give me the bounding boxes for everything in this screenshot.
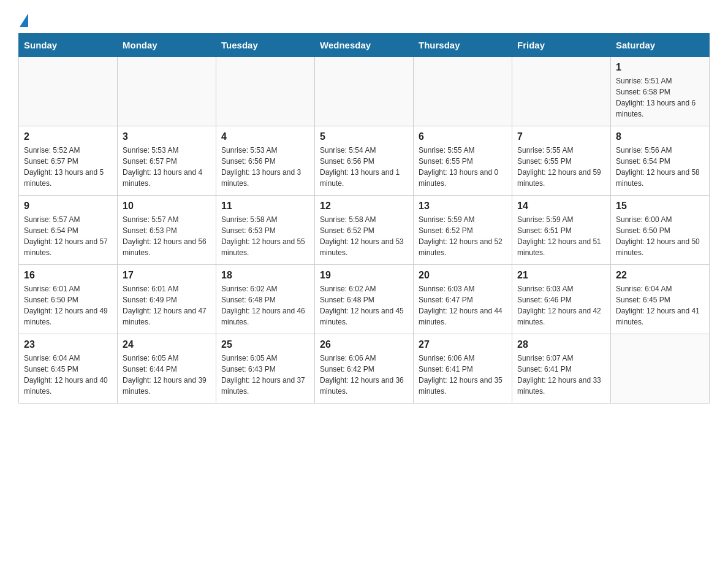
day-number: 20 [419, 270, 507, 281]
calendar-cell: 20Sunrise: 6:03 AMSunset: 6:47 PMDayligh… [414, 265, 512, 334]
day-number: 1 [616, 62, 704, 73]
day-info: Sunrise: 5:59 AMSunset: 6:52 PMDaylight:… [419, 214, 507, 258]
page-header [18, 12, 710, 27]
day-number: 27 [419, 339, 507, 350]
calendar-cell: 25Sunrise: 6:05 AMSunset: 6:43 PMDayligh… [216, 334, 315, 404]
calendar-cell: 28Sunrise: 6:07 AMSunset: 6:41 PMDayligh… [512, 334, 611, 404]
day-number: 23 [24, 339, 112, 350]
day-info: Sunrise: 6:03 AMSunset: 6:46 PMDaylight:… [517, 283, 605, 327]
calendar-cell [512, 57, 611, 126]
day-info: Sunrise: 5:59 AMSunset: 6:51 PMDaylight:… [517, 214, 605, 258]
day-number: 13 [419, 201, 507, 212]
day-info: Sunrise: 6:00 AMSunset: 6:50 PMDaylight:… [616, 214, 704, 258]
calendar-cell [19, 57, 118, 126]
day-info: Sunrise: 5:57 AMSunset: 6:54 PMDaylight:… [24, 214, 112, 258]
day-number: 9 [24, 201, 112, 212]
day-info: Sunrise: 6:06 AMSunset: 6:42 PMDaylight:… [320, 353, 408, 397]
logo [18, 12, 28, 27]
header-monday: Monday [118, 34, 216, 57]
day-number: 5 [320, 131, 408, 142]
calendar-week-row: 23Sunrise: 6:04 AMSunset: 6:45 PMDayligh… [19, 334, 710, 404]
day-info: Sunrise: 6:07 AMSunset: 6:41 PMDaylight:… [517, 353, 605, 397]
day-number: 4 [221, 131, 309, 142]
day-number: 14 [517, 201, 605, 212]
calendar-cell: 9Sunrise: 5:57 AMSunset: 6:54 PMDaylight… [19, 196, 118, 265]
day-number: 26 [320, 339, 408, 350]
day-info: Sunrise: 6:01 AMSunset: 6:50 PMDaylight:… [24, 283, 112, 327]
day-number: 3 [123, 131, 211, 142]
day-info: Sunrise: 5:58 AMSunset: 6:52 PMDaylight:… [320, 214, 408, 258]
day-number: 12 [320, 201, 408, 212]
day-info: Sunrise: 5:51 AMSunset: 6:58 PMDaylight:… [616, 75, 704, 120]
day-number: 18 [221, 270, 309, 281]
calendar-cell: 10Sunrise: 5:57 AMSunset: 6:53 PMDayligh… [118, 196, 216, 265]
day-info: Sunrise: 6:04 AMSunset: 6:45 PMDaylight:… [24, 353, 112, 397]
day-number: 21 [517, 270, 605, 281]
calendar-cell [118, 57, 216, 126]
calendar-cell: 3Sunrise: 5:53 AMSunset: 6:57 PMDaylight… [118, 126, 216, 196]
day-info: Sunrise: 6:02 AMSunset: 6:48 PMDaylight:… [221, 283, 309, 327]
day-number: 2 [24, 131, 112, 142]
day-info: Sunrise: 5:58 AMSunset: 6:53 PMDaylight:… [221, 214, 309, 258]
calendar-header-row: SundayMondayTuesdayWednesdayThursdayFrid… [19, 34, 710, 57]
calendar-cell: 22Sunrise: 6:04 AMSunset: 6:45 PMDayligh… [611, 265, 710, 334]
calendar-cell: 6Sunrise: 5:55 AMSunset: 6:55 PMDaylight… [414, 126, 512, 196]
day-info: Sunrise: 6:01 AMSunset: 6:49 PMDaylight:… [123, 283, 211, 327]
calendar-cell: 26Sunrise: 6:06 AMSunset: 6:42 PMDayligh… [315, 334, 414, 404]
header-tuesday: Tuesday [216, 34, 315, 57]
calendar-cell: 16Sunrise: 6:01 AMSunset: 6:50 PMDayligh… [19, 265, 118, 334]
calendar-cell: 7Sunrise: 5:55 AMSunset: 6:55 PMDaylight… [512, 126, 611, 196]
day-number: 6 [419, 131, 507, 142]
calendar-week-row: 2Sunrise: 5:52 AMSunset: 6:57 PMDaylight… [19, 126, 710, 196]
calendar-cell [315, 57, 414, 126]
calendar-table: SundayMondayTuesdayWednesdayThursdayFrid… [18, 33, 710, 404]
day-info: Sunrise: 5:53 AMSunset: 6:57 PMDaylight:… [123, 145, 211, 189]
day-info: Sunrise: 5:52 AMSunset: 6:57 PMDaylight:… [24, 145, 112, 189]
day-info: Sunrise: 6:06 AMSunset: 6:41 PMDaylight:… [419, 353, 507, 397]
day-info: Sunrise: 6:04 AMSunset: 6:45 PMDaylight:… [616, 283, 704, 327]
calendar-cell: 2Sunrise: 5:52 AMSunset: 6:57 PMDaylight… [19, 126, 118, 196]
calendar-cell: 11Sunrise: 5:58 AMSunset: 6:53 PMDayligh… [216, 196, 315, 265]
day-number: 22 [616, 270, 704, 281]
calendar-cell: 13Sunrise: 5:59 AMSunset: 6:52 PMDayligh… [414, 196, 512, 265]
calendar-cell: 12Sunrise: 5:58 AMSunset: 6:52 PMDayligh… [315, 196, 414, 265]
calendar-cell: 27Sunrise: 6:06 AMSunset: 6:41 PMDayligh… [414, 334, 512, 404]
day-info: Sunrise: 5:56 AMSunset: 6:54 PMDaylight:… [616, 145, 704, 189]
calendar-cell [611, 334, 710, 404]
logo-triangle-icon [20, 13, 28, 27]
day-number: 10 [123, 201, 211, 212]
calendar-cell: 4Sunrise: 5:53 AMSunset: 6:56 PMDaylight… [216, 126, 315, 196]
calendar-cell [216, 57, 315, 126]
day-number: 7 [517, 131, 605, 142]
header-friday: Friday [512, 34, 611, 57]
day-info: Sunrise: 5:55 AMSunset: 6:55 PMDaylight:… [419, 145, 507, 189]
day-number: 15 [616, 201, 704, 212]
day-number: 25 [221, 339, 309, 350]
day-info: Sunrise: 6:02 AMSunset: 6:48 PMDaylight:… [320, 283, 408, 327]
day-info: Sunrise: 6:03 AMSunset: 6:47 PMDaylight:… [419, 283, 507, 327]
day-info: Sunrise: 6:05 AMSunset: 6:43 PMDaylight:… [221, 353, 309, 397]
day-number: 19 [320, 270, 408, 281]
day-info: Sunrise: 5:53 AMSunset: 6:56 PMDaylight:… [221, 145, 309, 189]
calendar-cell: 24Sunrise: 6:05 AMSunset: 6:44 PMDayligh… [118, 334, 216, 404]
day-number: 28 [517, 339, 605, 350]
day-number: 16 [24, 270, 112, 281]
calendar-cell: 1Sunrise: 5:51 AMSunset: 6:58 PMDaylight… [611, 57, 710, 126]
calendar-cell: 5Sunrise: 5:54 AMSunset: 6:56 PMDaylight… [315, 126, 414, 196]
day-number: 24 [123, 339, 211, 350]
calendar-week-row: 16Sunrise: 6:01 AMSunset: 6:50 PMDayligh… [19, 265, 710, 334]
day-number: 17 [123, 270, 211, 281]
calendar-cell: 19Sunrise: 6:02 AMSunset: 6:48 PMDayligh… [315, 265, 414, 334]
header-wednesday: Wednesday [315, 34, 414, 57]
calendar-week-row: 1Sunrise: 5:51 AMSunset: 6:58 PMDaylight… [19, 57, 710, 126]
calendar-cell: 18Sunrise: 6:02 AMSunset: 6:48 PMDayligh… [216, 265, 315, 334]
day-number: 11 [221, 201, 309, 212]
day-info: Sunrise: 5:54 AMSunset: 6:56 PMDaylight:… [320, 145, 408, 189]
day-info: Sunrise: 5:55 AMSunset: 6:55 PMDaylight:… [517, 145, 605, 189]
day-info: Sunrise: 5:57 AMSunset: 6:53 PMDaylight:… [123, 214, 211, 258]
calendar-cell: 8Sunrise: 5:56 AMSunset: 6:54 PMDaylight… [611, 126, 710, 196]
day-number: 8 [616, 131, 704, 142]
header-sunday: Sunday [19, 34, 118, 57]
header-thursday: Thursday [414, 34, 512, 57]
day-info: Sunrise: 6:05 AMSunset: 6:44 PMDaylight:… [123, 353, 211, 397]
